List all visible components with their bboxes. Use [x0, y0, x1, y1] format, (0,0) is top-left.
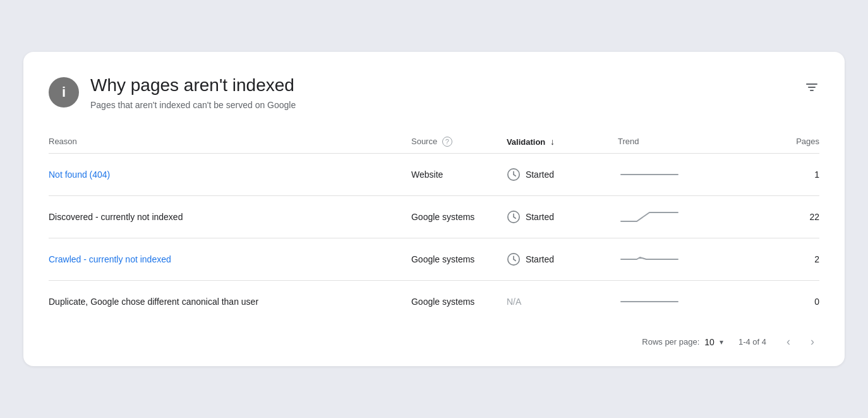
source-help-icon[interactable]: ? [442, 137, 452, 147]
cell-validation: Started [502, 154, 613, 196]
filter-icon[interactable] [804, 80, 819, 99]
col-header-trend: Trend [613, 130, 756, 154]
table-row: Crawled - currently not indexedGoogle sy… [49, 238, 819, 281]
page-subtitle: Pages that aren't indexed can't be serve… [90, 100, 296, 110]
table-footer: Rows per page: 10 ▾ 1-4 of 4 ‹ › [49, 333, 819, 351]
cell-reason[interactable]: Crawled - currently not indexed [49, 238, 406, 281]
table-row: Not found (404)WebsiteStarted1 [49, 154, 819, 196]
table-row: Duplicate, Google chose different canoni… [49, 281, 819, 323]
cell-trend [613, 154, 756, 196]
svg-line-11 [514, 259, 515, 261]
indexing-table: Reason Source ? Validation ↓ Trend Pages… [49, 130, 819, 323]
validation-label: Started [526, 254, 554, 264]
clock-icon [507, 210, 521, 224]
table-header-row: Reason Source ? Validation ↓ Trend Pages [49, 130, 819, 154]
main-card: i Why pages aren't indexed Pages that ar… [23, 52, 845, 366]
svg-line-5 [514, 175, 515, 176]
cell-trend [613, 238, 756, 281]
rows-dropdown-icon[interactable]: ▾ [720, 338, 723, 347]
trend-chart [618, 207, 681, 226]
reason-link[interactable]: Crawled - currently not indexed [49, 254, 171, 264]
cell-validation: Started [502, 238, 613, 281]
clock-icon [507, 168, 521, 181]
pagination-info: 1-4 of 4 [738, 337, 766, 347]
cell-reason: Duplicate, Google chose different canoni… [49, 281, 406, 323]
validation-label: Started [526, 169, 554, 180]
col-header-pages: Pages [756, 130, 819, 154]
card-header: i Why pages aren't indexed Pages that ar… [49, 75, 819, 110]
cell-validation: Started [502, 196, 613, 238]
cell-pages: 1 [756, 154, 819, 196]
col-header-source: Source ? [406, 130, 502, 154]
rows-per-page-section: Rows per page: 10 ▾ [642, 337, 723, 347]
prev-page-button[interactable]: ‹ [781, 333, 795, 351]
svg-rect-2 [810, 90, 814, 91]
trend-chart [618, 292, 681, 311]
cell-reason: Discovered - currently not indexed [49, 196, 406, 238]
validation-label: Started [526, 212, 554, 222]
page-title: Why pages aren't indexed [90, 75, 296, 96]
col-header-reason: Reason [49, 130, 406, 154]
info-icon: i [49, 77, 79, 108]
validation-na-label: N/A [507, 297, 521, 307]
cell-trend [613, 281, 756, 323]
svg-line-8 [514, 217, 515, 218]
table-row: Discovered - currently not indexedGoogle… [49, 196, 819, 238]
svg-rect-1 [808, 87, 816, 88]
cell-pages: 0 [756, 281, 819, 323]
cell-source: Google systems [406, 238, 502, 281]
rows-per-page-label: Rows per page: [642, 337, 699, 347]
cell-source: Website [406, 154, 502, 196]
cell-pages: 2 [756, 238, 819, 281]
header-text: Why pages aren't indexed Pages that aren… [90, 75, 296, 110]
col-header-validation[interactable]: Validation ↓ [502, 130, 613, 154]
cell-validation: N/A [502, 281, 613, 323]
cell-reason[interactable]: Not found (404) [49, 154, 406, 196]
cell-pages: 22 [756, 196, 819, 238]
cell-source: Google systems [406, 281, 502, 323]
rows-per-page-value: 10 [704, 337, 714, 347]
sort-arrow-icon: ↓ [550, 137, 555, 147]
trend-chart [618, 250, 681, 269]
next-page-button[interactable]: › [805, 333, 819, 351]
header-left: i Why pages aren't indexed Pages that ar… [49, 75, 296, 110]
trend-chart [618, 165, 681, 184]
svg-rect-0 [806, 83, 817, 85]
clock-icon [507, 252, 521, 266]
reason-link[interactable]: Not found (404) [49, 169, 110, 180]
cell-source: Google systems [406, 196, 502, 238]
cell-trend [613, 196, 756, 238]
